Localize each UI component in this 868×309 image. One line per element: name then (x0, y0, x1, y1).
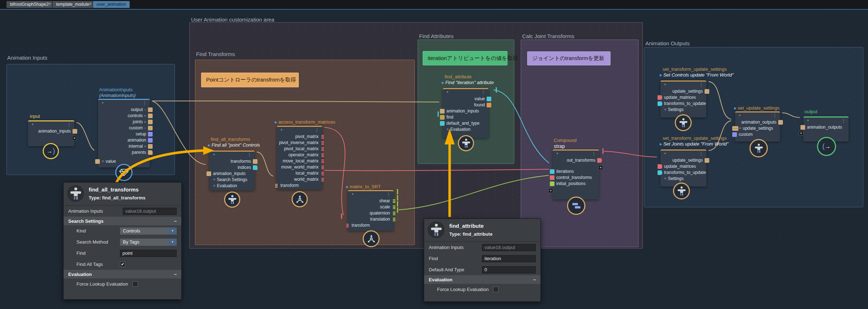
animation-inputs-field[interactable]: value18.output (482, 244, 536, 251)
animation-inputs-field[interactable]: value18.output (123, 208, 177, 215)
collapse-icon[interactable]: ▼ (280, 128, 283, 132)
node-set-joints-update[interactable]: ▼⋮ update_settings update_matrices trans… (660, 149, 706, 186)
port-update-settings[interactable] (705, 89, 709, 94)
port-animation[interactable] (148, 138, 153, 143)
port-update-settings-multi[interactable] (732, 126, 738, 131)
port-custom[interactable] (148, 126, 153, 130)
add-port-button[interactable]: + (548, 188, 553, 193)
note-calc-joint[interactable]: ジョイントのtransformを更新 (527, 51, 611, 65)
output-badge-icon[interactable]: (→ (817, 137, 836, 156)
srt-badge-icon[interactable] (363, 230, 380, 247)
breadcrumb-graph[interactable]: bifrostGraphShape2 (6, 1, 52, 8)
port-transform[interactable] (345, 223, 350, 228)
note-find-attributes[interactable]: iterationアトリビュートをの値を取得 (423, 51, 507, 65)
collapse-icon[interactable]: ▼ (213, 153, 215, 156)
compound-badge-icon[interactable] (567, 197, 585, 215)
collapse-minus-icon[interactable]: − (174, 218, 177, 224)
port-value[interactable] (487, 97, 491, 101)
port-update-matrices[interactable] (658, 95, 662, 100)
menu-icon[interactable]: ⋮ (481, 89, 486, 95)
collapse-icon[interactable]: ▼ (101, 101, 104, 105)
port-iterations[interactable] (550, 169, 554, 174)
node-set-controls-update[interactable]: ▼⋮ update_settings update_matrices trans… (660, 80, 706, 117)
menu-icon[interactable]: ⋮ (772, 113, 777, 118)
node-strap[interactable]: ▼⋮ out_transforms iterations control_tra… (553, 149, 599, 199)
menu-icon[interactable]: ⋮ (315, 127, 319, 133)
port-local-matrix[interactable] (320, 171, 325, 176)
port-indices[interactable] (253, 165, 257, 170)
collapse-icon[interactable]: ▼ (664, 83, 667, 86)
port-default-and-type[interactable] (440, 121, 445, 126)
section-evaluation[interactable]: Evaluation − (64, 270, 181, 278)
port-control-transforms[interactable] (550, 175, 554, 180)
menu-icon[interactable]: ⋮ (247, 152, 252, 157)
section-search-settings[interactable]: Search Settings − (64, 217, 181, 225)
input-badge-icon[interactable]: →) (43, 143, 59, 159)
port-update-settings[interactable] (705, 158, 709, 163)
port-quaternion[interactable] (392, 211, 396, 216)
force-lookup-checkbox[interactable] (493, 287, 498, 292)
port-animation-inputs[interactable] (440, 109, 445, 114)
node-find-all-transforms[interactable]: ▼⋮ transforms indices animation_inputs +… (209, 151, 255, 190)
port-animation-inputs[interactable] (73, 129, 77, 134)
port-setup[interactable] (148, 132, 153, 137)
port-pivot-matrix[interactable] (320, 134, 325, 139)
port-joints[interactable] (148, 120, 153, 124)
menu-icon[interactable]: ⋮ (386, 192, 391, 197)
port-world-matrix[interactable] (320, 177, 325, 182)
port-internal[interactable] (148, 144, 153, 149)
port-controls[interactable] (148, 114, 153, 118)
node-animationinputs[interactable]: ▼⋮ output− controls+ joints+ custom− set… (98, 99, 150, 167)
force-lookup-checkbox[interactable] (133, 281, 138, 287)
menu-icon[interactable]: ⋮ (591, 151, 596, 156)
node-matrix-to-srt[interactable]: ▼⋮ shear scale quaternion translation tr… (348, 190, 394, 231)
add-port-button[interactable]: + (72, 136, 77, 140)
menu-icon[interactable]: ⋮ (841, 118, 846, 123)
dropdown-arrow-icon[interactable]: ▼ (168, 239, 177, 246)
add-port-button[interactable]: + (598, 165, 603, 170)
port-transforms-to-update[interactable] (658, 170, 662, 175)
menu-icon[interactable]: ⋮ (699, 151, 704, 156)
default-and-type-field[interactable]: 0 (482, 266, 536, 273)
collapse-icon[interactable]: ▼ (664, 152, 667, 155)
port-initial-positions[interactable] (550, 181, 554, 186)
person-badge-icon[interactable] (224, 192, 240, 208)
port-custom[interactable] (732, 132, 737, 137)
find-all-tags-checkbox[interactable]: ✔ (120, 262, 125, 267)
dropdown-arrow-icon[interactable]: ▼ (168, 227, 177, 235)
collapse-icon[interactable]: ▼ (738, 114, 741, 117)
port-value[interactable] (95, 159, 100, 164)
port-transforms-to-update[interactable] (658, 101, 662, 106)
port-move-local-matrix[interactable] (320, 159, 325, 163)
port-translation[interactable] (392, 217, 396, 222)
collapse-icon[interactable]: ▼ (446, 91, 449, 94)
collapse-icon[interactable]: ▼ (556, 152, 559, 155)
port-find[interactable] (440, 115, 445, 120)
add-port-button[interactable]: + (799, 131, 803, 135)
collapse-icon[interactable]: ▼ (807, 119, 809, 122)
axis-badge-icon[interactable] (292, 191, 308, 207)
collapse-minus-icon[interactable]: − (533, 277, 536, 282)
port-transform[interactable] (274, 183, 279, 188)
person-badge-icon[interactable] (675, 114, 692, 131)
port-scale[interactable] (392, 205, 396, 209)
port-pivot-inverse-matrix[interactable] (320, 140, 325, 145)
node-input[interactable]: ▼⋮ animation_inputs (28, 120, 74, 146)
collapse-minus-icon[interactable]: − (174, 272, 177, 277)
person-badge-icon[interactable] (673, 183, 690, 199)
backdrop-calc-joint-transforms[interactable] (521, 40, 639, 247)
node-set-update-settings[interactable]: ▼⋮ animation_outputs +update_settings cu… (735, 111, 780, 142)
section-evaluation[interactable]: Evaluation − (424, 275, 540, 284)
port-pivot-local-matrix[interactable] (320, 147, 325, 151)
port-shear[interactable] (392, 199, 396, 203)
find-field[interactable]: iteration (482, 255, 536, 262)
node-access-transform-matrices[interactable]: ▼⋮ pivot_matrix pivot_inverse_matrix piv… (277, 126, 322, 189)
port-move-world-matrix[interactable] (320, 165, 325, 170)
port-operator-matrix[interactable] (320, 153, 325, 157)
menu-icon[interactable]: ⋮ (142, 100, 147, 106)
port-update-matrices[interactable] (658, 164, 662, 169)
port-animation-outputs[interactable] (778, 120, 783, 125)
note-find-transforms[interactable]: Pointコントローラのtransfromを取得 (201, 73, 299, 87)
search-method-dropdown[interactable]: By Tags ▼ (120, 239, 177, 246)
port-output[interactable] (148, 107, 153, 112)
